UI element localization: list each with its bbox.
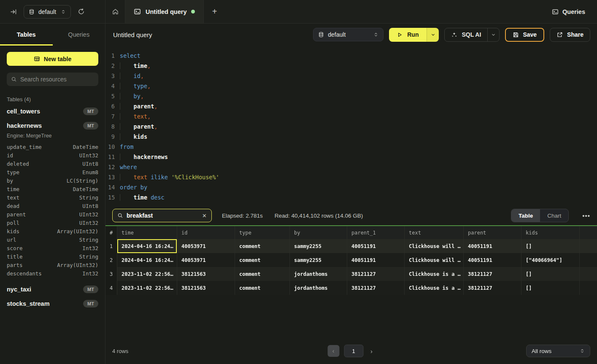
previous-page-button[interactable]: ‹ [327,345,339,357]
editor-line: 4 type, [105,81,597,91]
save-button[interactable]: Save [505,28,544,42]
cell[interactable]: 38121563 [177,267,235,281]
cell[interactable]: sammy2255 [290,239,347,253]
clear-filter-icon[interactable]: ✕ [202,213,207,218]
column-type: String [79,194,98,202]
queries-button[interactable]: Queries [552,0,585,23]
cell[interactable]: [] [521,239,580,253]
cell[interactable]: comment [235,267,290,281]
column-name: poll [7,219,19,227]
sql-token: time [134,194,148,201]
results-menu-icon[interactable]: ••• [582,212,590,219]
cell[interactable]: Clickhouse will … [405,253,464,267]
table-schema: update_timeDateTimeidUInt32deletedUInt8t… [0,142,105,282]
column-header-text[interactable]: text [405,226,464,239]
run-button[interactable]: Run [389,28,427,42]
cell[interactable]: sammy2255 [290,253,347,267]
cell[interactable]: Clickhouse is a … [405,281,464,295]
next-page-button[interactable]: › [368,346,375,356]
column-header-time[interactable]: time [117,226,177,239]
editor-line: 9 kids [105,132,597,142]
current-page[interactable]: 1 [344,345,363,357]
column-header-parent_1[interactable]: parent_1 [347,226,405,239]
column-type: DateTime [73,185,98,194]
new-table-button[interactable]: New table [7,52,98,66]
row-number[interactable]: 2 [105,253,117,267]
row-count: 4 rows [112,348,128,354]
cell[interactable]: 40053971 [177,253,235,267]
elapsed-stat: Elapsed: 2.781s [222,213,263,219]
schema-column: timeDateTime [7,185,98,194]
column-type: DateTime [73,143,98,151]
column-header-parent[interactable]: parent [464,226,521,239]
cell[interactable]: 2024-04-16 16:24… [117,253,177,267]
query-database-selector[interactable]: default [313,28,384,41]
column-header-type[interactable]: type [235,226,290,239]
table-item-hackernews[interactable]: hackernewsMT [0,119,105,133]
tab-title: Untitled query [146,8,186,15]
sql-token [147,194,151,201]
cell[interactable]: ["40066964"] [521,253,580,267]
cell[interactable]: 2024-04-16 16:24… [117,239,177,253]
line-code: time, [115,61,151,71]
cell[interactable]: comment [235,239,290,253]
sql-ai-options-button[interactable] [487,28,499,41]
tab-home[interactable] [105,0,125,23]
column-type: UInt32 [79,219,98,227]
refresh-icon[interactable] [78,8,85,15]
cell[interactable]: jordanthoms [290,281,347,295]
cell[interactable]: 2023-11-02 22:56… [117,281,177,295]
cell[interactable]: 40051191 [464,239,521,253]
table-item-nyc_taxi[interactable]: nyc_taxiMT [0,282,105,297]
column-header-by[interactable]: by [290,226,347,239]
cell[interactable]: [] [521,281,580,295]
sql-editor[interactable]: 1select2 time,3 id,4 type,5 by,6 parent,… [105,46,597,206]
cell[interactable]: 38121127 [347,267,405,281]
collapse-sidebar-icon[interactable] [10,8,17,15]
sql-ai-button[interactable]: SQL AI [445,28,487,41]
cell[interactable]: 40051191 [464,253,521,267]
cell[interactable]: 38121563 [177,281,235,295]
row-number[interactable]: 4 [105,281,117,295]
column-header-#[interactable]: # [105,226,117,239]
editor-line: 11 hackernews [105,152,597,162]
table-item-stocks_stream[interactable]: stocks_streamMT [0,297,105,311]
resource-search-input[interactable] [20,76,97,83]
sql-token: text [134,174,148,181]
row-number[interactable]: 1 [105,239,117,253]
cell[interactable]: 38121127 [464,281,521,295]
view-toggle-table[interactable]: Table [511,209,540,222]
run-options-button[interactable] [427,28,439,42]
column-header-kids[interactable]: kids [521,226,580,239]
cell[interactable]: 2023-11-02 22:56… [117,267,177,281]
cell[interactable]: 40053971 [177,239,235,253]
row-number[interactable]: 3 [105,267,117,281]
view-toggle-chart[interactable]: Chart [540,209,568,222]
column-header-id[interactable]: id [177,226,235,239]
cell[interactable]: comment [235,253,290,267]
sql-token: parent [134,123,154,130]
share-button[interactable]: Share [550,28,590,42]
cell[interactable]: Clickhouse will … [405,239,464,253]
cell[interactable]: 38121127 [347,281,405,295]
sidebar-tab-queries[interactable]: Queries [53,24,105,46]
page-size-selector[interactable]: All rows [526,345,590,357]
table-name: stocks_stream [7,300,50,307]
cell[interactable]: 38121127 [464,267,521,281]
cell[interactable]: jordanthoms [290,267,347,281]
cell[interactable]: comment [235,281,290,295]
cell[interactable]: 40051191 [347,253,405,267]
terminal-icon [134,8,141,15]
cell[interactable]: [] [521,267,580,281]
cell[interactable]: Clickhouse is a … [405,267,464,281]
table-item-cell_towers[interactable]: cell_towersMT [0,104,105,119]
sql-token: order by [120,184,147,191]
results-filter-input[interactable] [127,212,199,219]
sql-token: select [120,52,140,59]
sidebar-tab-tables[interactable]: Tables [0,24,53,46]
new-tab-button[interactable]: + [204,0,225,23]
chevron-up-down-icon [373,32,378,37]
database-selector[interactable]: default [24,5,71,19]
cell[interactable]: 40051191 [347,239,405,253]
tab-untitled-query[interactable]: Untitled query [125,0,204,23]
